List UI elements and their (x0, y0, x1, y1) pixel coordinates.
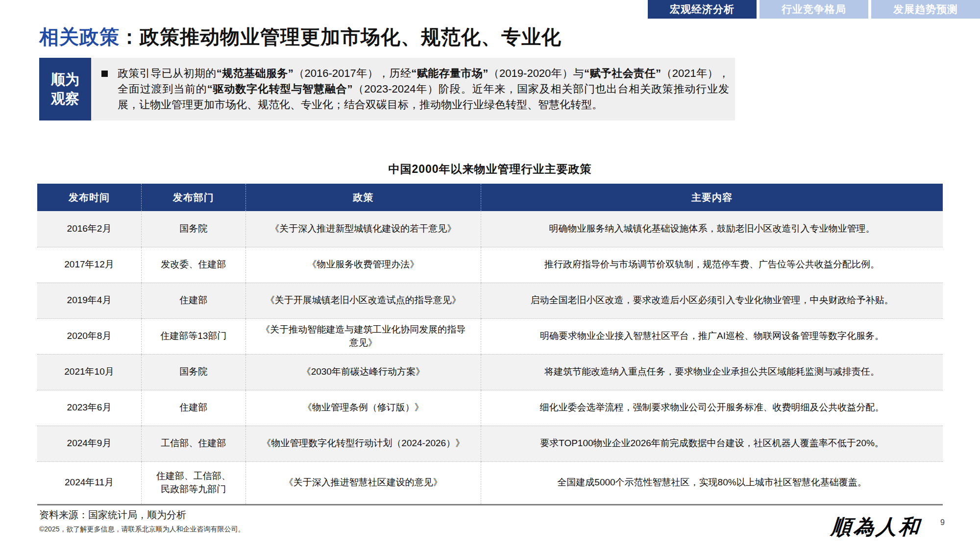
tab-development-trend[interactable]: 发展趋势预测 (871, 0, 980, 19)
header-main-content: 主要内容 (481, 184, 943, 211)
cell-publish-dept: 国务院 (142, 354, 246, 390)
cell-policy: 《物业服务收费管理办法》 (245, 247, 481, 283)
cell-publish-date: 2016年2月 (37, 211, 142, 247)
observation-label-line2: 观察 (51, 89, 79, 108)
cell-main-content: 全国建成5000个示范性智慧社区，实现80%以上城市社区智慧化基础覆盖。 (481, 461, 943, 504)
company-logo: 順為人和 (830, 513, 922, 541)
tab-label: 发展趋势预测 (893, 2, 958, 16)
cell-publish-date: 2019年4月 (37, 283, 142, 318)
section-tabs: 宏观经济分析 行业竞争格局 发展趋势预测 (648, 0, 980, 19)
cell-publish-date: 2024年9月 (37, 426, 142, 461)
header-publish-dept: 发布部门 (142, 184, 246, 211)
observation-body: 政策引导已从初期的“规范基础服务”（2016-2017年），历经“赋能存量市场”… (91, 58, 735, 120)
tab-label: 行业竞争格局 (782, 2, 846, 16)
cell-publish-dept: 住建部 (142, 283, 246, 318)
header-policy: 政策 (245, 184, 481, 211)
cell-publish-dept: 住建部 (142, 390, 246, 426)
cell-publish-dept: 住建部、工信部、民政部等九部门 (142, 461, 246, 504)
table-header-row: 发布时间 发布部门 政策 主要内容 (37, 184, 943, 211)
cell-publish-dept: 住建部等13部门 (142, 318, 246, 354)
cell-publish-dept: 发改委、住建部 (142, 247, 246, 283)
header-publish-date: 发布时间 (37, 184, 142, 211)
cell-policy: 《物业管理数字化转型行动计划（2024-2026）》 (245, 426, 481, 461)
table-row: 2024年11月住建部、工信部、民政部等九部门《关于深入推进智慧社区建设的意见》… (37, 461, 943, 504)
cell-publish-date: 2021年10月 (37, 354, 142, 390)
page-title: 相关政策：政策推动物业管理更加市场化、规范化、专业化 (39, 24, 562, 50)
bullet-column (91, 66, 118, 113)
cell-main-content: 要求TOP100物业企业2026年前完成数据中台建设，社区机器人覆盖率不低于20… (481, 426, 943, 461)
cell-publish-date: 2020年8月 (37, 318, 142, 354)
observation-label-line1: 顺为 (51, 70, 79, 89)
observation-callout: 顺为 观察 政策引导已从初期的“规范基础服务”（2016-2017年），历经“赋… (39, 58, 735, 120)
page-title-rest: ：政策推动物业管理更加市场化、规范化、专业化 (120, 26, 562, 48)
tab-macro-economic-analysis[interactable]: 宏观经济分析 (648, 0, 757, 19)
table-row: 2017年12月发改委、住建部《物业服务收费管理办法》推行政府指导价与市场调节价… (37, 247, 943, 283)
cell-publish-date: 2017年12月 (37, 247, 142, 283)
observation-text: 政策引导已从初期的“规范基础服务”（2016-2017年），历经“赋能存量市场”… (118, 66, 729, 113)
policy-table: 发布时间 发布部门 政策 主要内容 2016年2月国务院《关于深入推进新型城镇化… (37, 184, 943, 505)
table-row: 2021年10月国务院《2030年前碳达峰行动方案》将建筑节能改造纳入重点任务，… (37, 354, 943, 390)
observation-label: 顺为 观察 (39, 58, 91, 120)
cell-publish-dept: 工信部、住建部 (142, 426, 246, 461)
table-row: 2019年4月住建部《关于开展城镇老旧小区改造试点的指导意见》启动全国老旧小区改… (37, 283, 943, 318)
page-title-highlight: 相关政策 (39, 26, 120, 48)
table-row: 2016年2月国务院《关于深入推进新型城镇化建设的若干意见》明确物业服务纳入城镇… (37, 211, 943, 247)
cell-main-content: 将建筑节能改造纳入重点任务，要求物业企业承担公共区域能耗监测与减排责任。 (481, 354, 943, 390)
cell-policy: 《2030年前碳达峰行动方案》 (245, 354, 481, 390)
tab-label: 宏观经济分析 (670, 2, 735, 16)
page-number: 9 (940, 518, 945, 527)
table-title: 中国2000年以来物业管理行业主要政策 (37, 162, 943, 177)
cell-policy: 《关于深入推进智慧社区建设的意见》 (245, 461, 481, 504)
cell-policy: 《关于开展城镇老旧小区改造试点的指导意见》 (245, 283, 481, 318)
source-note: 资料来源：国家统计局，顺为分析 (39, 508, 186, 522)
cell-main-content: 明确物业服务纳入城镇化基础设施体系，鼓励老旧小区改造引入专业物业管理。 (481, 211, 943, 247)
policy-table-section: 中国2000年以来物业管理行业主要政策 发布时间 发布部门 政策 主要内容 20… (37, 162, 943, 505)
cell-policy: 《物业管理条例（修订版）》 (245, 390, 481, 426)
table-row: 2024年9月工信部、住建部《物业管理数字化转型行动计划（2024-2026）》… (37, 426, 943, 461)
bullet-square-icon (101, 71, 108, 77)
tab-industry-competition[interactable]: 行业竞争格局 (760, 0, 868, 19)
cell-main-content: 细化业委会选举流程，强制要求物业公司公开服务标准、收费明细及公共收益分配。 (481, 390, 943, 426)
table-row: 2020年8月住建部等13部门《关于推动智能建造与建筑工业化协同发展的指导意见》… (37, 318, 943, 354)
cell-main-content: 启动全国老旧小区改造，要求改造后小区必须引入专业化物业管理，中央财政给予补贴。 (481, 283, 943, 318)
cell-publish-date: 2023年6月 (37, 390, 142, 426)
cell-publish-dept: 国务院 (142, 211, 246, 247)
table-row: 2023年6月住建部《物业管理条例（修订版）》细化业委会选举流程，强制要求物业公… (37, 390, 943, 426)
copyright-note: ©2025，欲了解更多信息，请联系北京顺为人和企业咨询有限公司。 (39, 525, 245, 534)
cell-publish-date: 2024年11月 (37, 461, 142, 504)
cell-policy: 《关于深入推进新型城镇化建设的若干意见》 (245, 211, 481, 247)
cell-main-content: 明确要求物业企业接入智慧社区平台，推广AI巡检、物联网设备管理等数字化服务。 (481, 318, 943, 354)
cell-policy: 《关于推动智能建造与建筑工业化协同发展的指导意见》 (245, 318, 481, 354)
cell-main-content: 推行政府指导价与市场调节价双轨制，规范停车费、广告位等公共收益分配比例。 (481, 247, 943, 283)
